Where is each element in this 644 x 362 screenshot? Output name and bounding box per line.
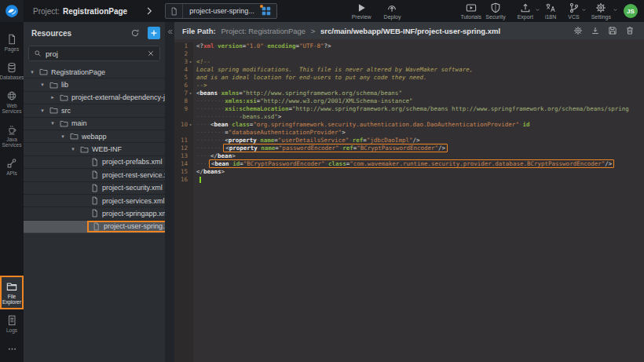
tree-item-label: project-services.xml: [102, 197, 165, 205]
left-rail: PagesDatabasesWeb ServicesJava ServicesA…: [0, 22, 24, 362]
gear-icon: [595, 2, 606, 13]
delete-icon[interactable]: [625, 26, 635, 35]
fold-toggle-icon[interactable]: ▾: [188, 121, 193, 129]
tree-caret-icon[interactable]: ▾: [38, 108, 46, 114]
code-line[interactable]: 16: [174, 176, 644, 184]
code-line[interactable]: 2: [174, 50, 644, 58]
line-number: 9: [174, 105, 193, 113]
sidebar-item-web-services[interactable]: Web Services: [0, 85, 24, 119]
tree-caret-icon[interactable]: ▾: [69, 146, 77, 152]
line-number: 11: [174, 137, 193, 144]
chevron-down-icon[interactable]: [613, 7, 618, 13]
tree-item-lib[interactable]: ▾lib: [24, 79, 165, 91]
tree-caret-icon[interactable]: ▾: [38, 82, 46, 88]
security-button[interactable]: Security: [485, 2, 505, 20]
code-line[interactable]: 5and is an ideal location for end-users …: [174, 74, 644, 82]
tree-item-WEB-INF[interactable]: ▾WEB-INF: [24, 143, 165, 155]
tree-item-project-external-dependency-jars[interactable]: ▸project-external-dependency-jars: [24, 92, 165, 104]
code-line[interactable]: 12········<property·name="passwordEncode…: [174, 144, 644, 152]
code-text: ········="databaseAuthenticationProvider…: [193, 129, 346, 137]
deploy-button[interactable]: Deploy: [384, 2, 401, 20]
code-line[interactable]: 8········xmlns:xsi="http://www.w3.org/20…: [174, 97, 644, 105]
clear-search-icon[interactable]: [147, 49, 155, 57]
code-line[interactable]: 1<?xml·version="1.0"·encoding="UTF-8"?>: [174, 42, 644, 50]
open-file-tab[interactable]: project-user-spring...: [165, 3, 277, 19]
tree-item-project-rest-service.xml[interactable]: project-rest-service.xml: [24, 169, 165, 181]
fold-toggle-icon[interactable]: ▾: [188, 90, 193, 97]
preview-button[interactable]: Preview: [352, 2, 371, 20]
chevron-down-icon[interactable]: [535, 7, 540, 13]
editor-settings-icon[interactable]: [573, 26, 583, 35]
code-text: -->: [193, 82, 207, 90]
code-text: ····<bean·class="org.springframework.sec…: [193, 121, 529, 129]
sidebar-item-label: APIs: [6, 170, 17, 176]
user-avatar[interactable]: JS: [624, 4, 638, 18]
tree-item-RegistrationPage[interactable]: ▾RegistrationPage: [24, 66, 165, 79]
tree-item-project-user-spring.xml[interactable]: project-user-spring.xml: [24, 221, 165, 233]
code-line[interactable]: 3▾<!--: [174, 58, 644, 66]
code-line[interactable]: ············-beans.xsd">: [174, 113, 644, 121]
sidebar-item-pages[interactable]: Pages: [0, 28, 24, 57]
fold-placeholder: [188, 97, 193, 105]
code-empty-area[interactable]: [174, 184, 644, 362]
tree-item-project-springapp.xml[interactable]: project-springapp.xml: [24, 207, 165, 220]
code-text: [193, 176, 201, 184]
code-line[interactable]: 6-->: [174, 82, 644, 90]
sidebar-item-logs[interactable]: Logs: [0, 309, 24, 338]
app-logo[interactable]: [0, 0, 24, 22]
settings-button[interactable]: Settings: [591, 2, 611, 20]
export-button[interactable]: Export: [518, 2, 533, 20]
sidebar-item-java-services[interactable]: Java Services: [0, 119, 24, 152]
line-number: 14: [174, 160, 193, 168]
code-line[interactable]: 10▾····<bean·class="org.springframework.…: [174, 121, 644, 129]
sidebar-item-file-explorer[interactable]: File Explorer: [0, 276, 24, 309]
code-line[interactable]: ········="databaseAuthenticationProvider…: [174, 129, 644, 137]
tutorials-button[interactable]: Tutorials: [460, 2, 481, 20]
vcs-button[interactable]: VCS: [568, 2, 579, 20]
fold-placeholder: [188, 168, 193, 176]
tree-caret-icon[interactable]: ▾: [49, 120, 57, 126]
pages-grid-icon[interactable]: [261, 5, 272, 16]
code-line[interactable]: 7▾<beans·xmlns="http://www.springframewo…: [174, 90, 644, 97]
tree-item-src[interactable]: ▾src: [24, 104, 165, 117]
code-line[interactable]: 14····<bean·id="BCryptPasswordEncoder"·c…: [174, 160, 644, 168]
panel-splitter[interactable]: [165, 22, 174, 362]
fold-placeholder: [188, 144, 193, 152]
tree-item-main[interactable]: ▾main: [24, 118, 165, 130]
sidebar-item-databases[interactable]: Databases: [0, 57, 24, 85]
line-number: 2: [174, 50, 193, 58]
folder-icon: [60, 93, 68, 102]
tree-item-inner: project-services.xml: [87, 195, 165, 207]
fold-toggle-icon[interactable]: ▾: [188, 58, 193, 66]
refresh-icon[interactable]: [130, 28, 140, 38]
java-icon: [6, 124, 17, 135]
tree-caret-icon[interactable]: ▸: [49, 94, 57, 101]
tree-item-project-services.xml[interactable]: project-services.xml: [24, 195, 165, 207]
sidebar-item-apis[interactable]: APIs: [0, 152, 24, 181]
fold-placeholder: [188, 42, 193, 50]
fold-placeholder: [188, 113, 193, 121]
tree-item-webapp[interactable]: ▾webapp: [24, 130, 165, 143]
search-input[interactable]: [42, 49, 147, 58]
collapse-panel-icon[interactable]: [166, 28, 174, 35]
i18n-button[interactable]: i18N: [545, 2, 556, 20]
tree-caret-icon[interactable]: ▾: [59, 133, 67, 140]
code-area[interactable]: 1<?xml·version="1.0"·encoding="UTF-8"?>2…: [174, 39, 644, 362]
tree-item-project-prefabs.xml[interactable]: project-prefabs.xml: [24, 156, 165, 169]
code-line[interactable]: 9········xsi:schemaLocation="http://www.…: [174, 105, 644, 113]
tree-item-project-security.xml[interactable]: project-security.xml: [24, 182, 165, 195]
code-line[interactable]: 4Local spring modifications. This file i…: [174, 66, 644, 74]
add-resource-button[interactable]: [148, 27, 160, 39]
tab-file-button[interactable]: [166, 4, 183, 18]
download-icon[interactable]: [591, 26, 600, 35]
tree-caret-icon[interactable]: ▾: [28, 69, 36, 75]
rail-more-button[interactable]: [0, 338, 24, 362]
line-number: 8: [174, 97, 193, 105]
line-number: 5: [174, 74, 193, 82]
db-icon: [6, 62, 17, 73]
code-line[interactable]: 15</beans>: [174, 168, 644, 176]
folder-icon: [49, 81, 58, 90]
line-number: [174, 129, 193, 137]
chevron-down-icon[interactable]: [581, 7, 587, 13]
save-icon[interactable]: [608, 26, 617, 35]
